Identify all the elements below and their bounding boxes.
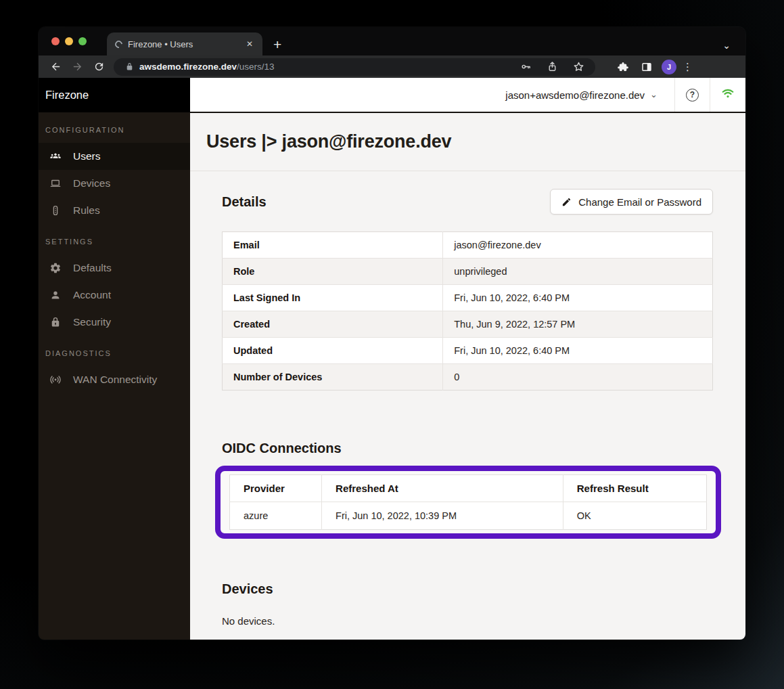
main-area: jason+awsdemo@firezone.dev ⌄ ? Users |> … (190, 78, 745, 640)
gear-icon (49, 262, 62, 274)
section-label: SETTINGS (39, 234, 190, 250)
column-header: Provider (230, 475, 322, 502)
forward-button[interactable] (68, 58, 86, 76)
chevron-down-icon: ⌄ (650, 92, 658, 97)
sidebar-item-label: WAN Connectivity (73, 374, 157, 386)
broadcast-icon (49, 374, 62, 386)
user-menu[interactable]: jason+awsdemo@firezone.dev ⌄ (505, 78, 658, 112)
section-label: CONFIGURATION (39, 122, 190, 138)
sidebar: Firezone CONFIGURATION Users Devices (39, 78, 190, 640)
sidebar-item-label: Users (73, 150, 100, 162)
zoom-window-button[interactable] (78, 37, 87, 45)
detail-value: unprivileged (443, 259, 713, 285)
tab-search-chevron-icon[interactable]: ⌄ (722, 42, 745, 49)
pencil-icon (561, 197, 572, 207)
detail-label: Email (223, 232, 443, 259)
details-header-row: Details Change Email or Password (222, 189, 713, 215)
minimize-window-button[interactable] (65, 37, 73, 45)
detail-value: 0 (443, 364, 713, 391)
browser-tab[interactable]: Firezone • Users ✕ (107, 32, 262, 55)
sidebar-item-label: Account (73, 289, 111, 301)
section-label: DIAGNOSTICS (39, 345, 190, 361)
table-row: Email jason@firezone.dev (223, 232, 713, 259)
browser-menu-icon[interactable]: ⋮ (683, 61, 692, 73)
detail-label: Created (223, 311, 443, 338)
close-window-button[interactable] (51, 37, 60, 45)
button-label: Change Email or Password (578, 196, 701, 208)
address-bar[interactable]: awsdemo.firezone.dev/users/13 (114, 58, 595, 76)
page-content: Details Change Email or Password Email j… (190, 171, 745, 640)
detail-label: Role (223, 259, 443, 285)
devices-empty-text: No devices. (222, 615, 713, 627)
details-table: Email jason@firezone.dev Role unprivileg… (222, 231, 713, 391)
sidebar-item-account[interactable]: Account (39, 282, 190, 309)
sidebar-item-label: Rules (73, 204, 100, 217)
detail-label: Updated (223, 338, 443, 364)
password-key-icon[interactable] (520, 61, 532, 73)
oidc-highlight-box: Provider Refreshed At Refresh Result azu… (215, 466, 721, 539)
users-icon (49, 150, 62, 162)
sidebar-item-devices[interactable]: Devices (39, 170, 190, 197)
url-path: /users/13 (237, 62, 275, 72)
extensions-puzzle-icon[interactable] (614, 58, 632, 76)
oidc-heading: OIDC Connections (222, 441, 713, 456)
table-header-row: Provider Refreshed At Refresh Result (230, 475, 707, 502)
page-heading-band: Users |> jason@firezone.dev (190, 113, 745, 171)
detail-label: Last Signed In (223, 285, 443, 311)
bookmark-star-icon[interactable] (572, 61, 584, 73)
table-row: Created Thu, Jun 9, 2022, 12:57 PM (223, 311, 713, 338)
lock-icon (49, 316, 62, 328)
firezone-logo[interactable]: Firezone (39, 78, 190, 112)
detail-label: Number of Devices (223, 364, 443, 391)
sidebar-section-settings: SETTINGS Defaults Account (39, 234, 190, 336)
connectivity-button[interactable] (710, 78, 745, 112)
detail-value: Fri, Jun 10, 2022, 6:40 PM (443, 338, 713, 364)
tab-close-icon[interactable]: ✕ (244, 38, 256, 50)
window-controls (51, 37, 87, 45)
change-email-password-button[interactable]: Change Email or Password (550, 189, 713, 215)
table-row: Last Signed In Fri, Jun 10, 2022, 6:40 P… (223, 285, 713, 311)
table-row: Role unprivileged (223, 259, 713, 285)
detail-value: Thu, Jun 9, 2022, 12:57 PM (443, 311, 713, 338)
details-heading: Details (222, 194, 267, 210)
oidc-refresh-result: OK (563, 502, 706, 530)
table-row: azure Fri, Jun 10, 2022, 10:39 PM OK (230, 502, 707, 530)
toolbar-right: J ⋮ (614, 58, 692, 76)
column-header: Refresh Result (563, 475, 706, 502)
detail-value: jason@firezone.dev (443, 232, 713, 259)
url-text: awsdemo.firezone.dev/users/13 (139, 62, 275, 72)
side-panel-icon[interactable] (638, 58, 655, 76)
sidebar-item-security[interactable]: Security (39, 309, 190, 336)
sidebar-item-label: Devices (73, 177, 110, 190)
devices-heading: Devices (222, 581, 713, 597)
main-topbar: jason+awsdemo@firezone.dev ⌄ ? (190, 78, 745, 113)
page-title: Users |> jason@firezone.dev (206, 131, 451, 152)
help-button[interactable]: ? (674, 78, 710, 112)
laptop-icon (49, 177, 62, 190)
sidebar-item-label: Defaults (73, 262, 112, 274)
column-header: Refreshed At (322, 475, 563, 502)
oidc-provider: azure (230, 502, 322, 530)
sidebar-section-diagnostics: DIAGNOSTICS WAN Connectivity (39, 345, 190, 393)
sidebar-item-rules[interactable]: Rules (39, 197, 190, 224)
back-button[interactable] (47, 58, 64, 76)
detail-value: Fri, Jun 10, 2022, 6:40 PM (443, 285, 713, 311)
sidebar-item-users[interactable]: Users (39, 143, 190, 170)
sidebar-item-label: Security (73, 316, 111, 328)
browser-profile-avatar[interactable]: J (662, 60, 676, 74)
reload-button[interactable] (90, 58, 108, 76)
share-icon[interactable] (546, 61, 558, 73)
app-body: Firezone CONFIGURATION Users Devices (39, 78, 745, 640)
new-tab-button[interactable]: + (273, 38, 281, 51)
sidebar-item-defaults[interactable]: Defaults (39, 254, 190, 282)
tab-favicon-icon (114, 39, 124, 49)
browser-window: Firezone • Users ✕ + ⌄ awsdemo.firezone.… (39, 27, 745, 640)
lock-icon[interactable] (124, 58, 134, 76)
user-email: jason+awsdemo@firezone.dev (505, 89, 645, 101)
help-icon: ? (686, 89, 699, 102)
oidc-refreshed-at: Fri, Jun 10, 2022, 10:39 PM (322, 502, 563, 530)
table-row: Number of Devices 0 (223, 364, 713, 391)
browser-toolbar: awsdemo.firezone.dev/users/13 J ⋮ (39, 55, 745, 78)
sidebar-item-wan-connectivity[interactable]: WAN Connectivity (39, 366, 190, 393)
url-domain: awsdemo.firezone.dev (139, 62, 237, 72)
